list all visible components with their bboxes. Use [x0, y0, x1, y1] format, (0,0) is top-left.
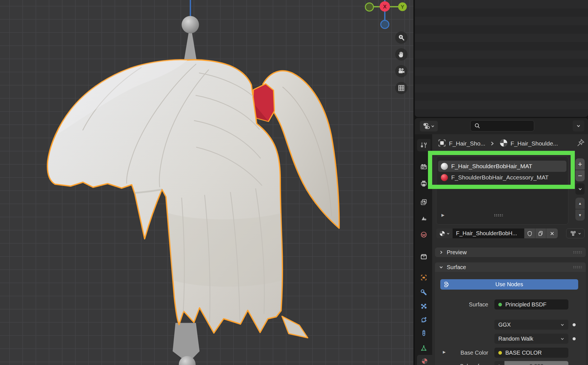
chevron-down-icon — [578, 232, 581, 235]
annotation-highlight-box — [428, 151, 575, 189]
list-filter-expand-arrow[interactable]: ▶ — [441, 213, 445, 217]
physics-icon — [420, 316, 427, 323]
color-socket-dot — [498, 351, 502, 355]
chevron-down-icon — [560, 337, 564, 341]
panel-drag-grip[interactable] — [573, 266, 582, 269]
shader-socket-dot — [498, 303, 502, 306]
axis-minus-y-ball[interactable] — [365, 3, 374, 11]
panel-surface-title: Surface — [447, 264, 570, 271]
slot-specials-menu-button[interactable] — [575, 183, 585, 195]
output-properties-icon — [420, 180, 427, 187]
view-axis-gizmo[interactable]: X Y — [358, 0, 414, 31]
tab-material[interactable] — [417, 355, 432, 365]
pan-hand-icon — [397, 50, 405, 58]
panel-preview-header[interactable]: Preview — [435, 248, 586, 257]
bone-top-sphere[interactable] — [182, 16, 199, 33]
bone-axis-line — [190, 0, 191, 17]
surface-shader-field[interactable]: Principled BSDF — [494, 299, 568, 309]
shield-icon — [527, 230, 533, 237]
axis-y-label: Y — [401, 4, 404, 10]
tab-constraints[interactable] — [417, 327, 430, 339]
list-resize-grip[interactable] — [494, 214, 503, 217]
grid-overlay-icon — [397, 84, 405, 92]
panel-preview-title: Preview — [447, 249, 570, 256]
breadcrumb-object[interactable]: F_Hair_Sho... — [449, 140, 485, 147]
material-sphere-icon — [421, 357, 428, 365]
world-properties-icon — [420, 231, 427, 238]
move-slot-up-button[interactable]: ▲ — [575, 198, 585, 209]
hair-mesh-scene[interactable] — [0, 0, 413, 365]
breadcrumb-material[interactable]: F_Hair_Shoulde... — [511, 140, 561, 147]
bone-top-cone[interactable] — [184, 33, 196, 60]
tab-tool[interactable] — [417, 139, 430, 151]
chevron-right-icon — [489, 141, 495, 146]
camera-view-button[interactable] — [395, 65, 408, 77]
fake-user-button[interactable] — [524, 228, 535, 238]
chevron-down-icon — [439, 265, 443, 269]
tab-object[interactable] — [417, 271, 430, 284]
tab-world[interactable] — [417, 228, 430, 241]
unlink-material-button[interactable] — [546, 228, 558, 238]
axis-x-label: X — [383, 4, 387, 10]
distribution-dropdown[interactable]: GGX — [494, 320, 568, 330]
hair-stray-tip[interactable] — [282, 316, 308, 338]
base-color-label: Base Color — [441, 348, 488, 358]
tab-object-data[interactable] — [417, 342, 430, 354]
chevron-down-icon — [431, 124, 435, 128]
properties-editor-icon — [423, 123, 430, 130]
zoom-button[interactable] — [395, 31, 408, 44]
surface-label: Surface — [441, 299, 488, 309]
close-icon — [549, 231, 555, 236]
render-properties-icon — [420, 163, 427, 170]
nodetree-icon — [570, 230, 577, 237]
link-material-dropdown[interactable] — [566, 228, 585, 238]
pan-button[interactable] — [395, 48, 408, 61]
tab-particles[interactable] — [417, 301, 430, 313]
3d-viewport[interactable]: X Y — [0, 0, 413, 365]
node-editor-icon — [444, 281, 451, 288]
subsurface-slider[interactable]: 0.000 — [504, 361, 568, 365]
editor-type-button[interactable] — [420, 121, 438, 131]
outliner-empty-area[interactable] — [415, 0, 588, 117]
tab-collection[interactable] — [417, 251, 430, 263]
base-color-field[interactable]: BASE COLOR — [494, 348, 568, 358]
chevron-down-icon — [446, 232, 450, 235]
search-input[interactable] — [470, 120, 534, 131]
subsurface-label: Subsurface — [441, 361, 488, 365]
animate-decorator-dot[interactable] — [573, 337, 576, 340]
base-color-value: BASE COLOR — [505, 350, 542, 356]
subsurface-socket-segment — [494, 361, 504, 365]
subsurface-method-dropdown[interactable]: Random Walk — [494, 334, 568, 344]
scene-properties-icon — [420, 214, 427, 222]
distribution-value: GGX — [498, 322, 511, 328]
properties-header — [415, 118, 588, 134]
properties-editor: F_Hair_Sho... F_Hair_Shoulde... — [415, 118, 588, 365]
search-icon — [474, 123, 481, 129]
material-icon — [439, 230, 446, 237]
tab-view-layer[interactable] — [417, 196, 430, 208]
modifier-wrench-icon — [420, 289, 427, 296]
animate-decorator-dot[interactable] — [573, 323, 576, 326]
axis-minus-z-ball[interactable] — [381, 20, 389, 29]
grid-overlay-button[interactable] — [395, 82, 408, 94]
material-icon — [499, 138, 508, 149]
duplicate-icon — [538, 230, 544, 237]
blender-window: X Y — [0, 0, 588, 365]
pin-icon[interactable] — [576, 138, 585, 149]
panel-drag-grip[interactable] — [573, 251, 582, 254]
use-nodes-button[interactable]: Use Nodes — [440, 279, 578, 290]
tab-physics[interactable] — [417, 313, 430, 326]
tab-scene[interactable] — [417, 212, 430, 224]
panel-surface-header[interactable]: Surface — [435, 262, 586, 272]
new-material-button[interactable] — [535, 228, 546, 238]
chevron-right-icon — [439, 250, 443, 255]
subsurface-method-value: Random Walk — [498, 336, 533, 342]
material-name-field[interactable]: F_Hair_ShoulderBobH... — [453, 228, 524, 238]
move-slot-down-button[interactable]: ▼ — [575, 209, 585, 221]
view-layer-icon — [420, 198, 427, 206]
remove-slot-button[interactable]: − — [575, 170, 585, 181]
add-slot-button[interactable]: + — [575, 158, 585, 170]
tab-modifiers[interactable] — [417, 286, 430, 299]
header-menu-button[interactable] — [573, 120, 584, 131]
browse-material-button[interactable] — [436, 228, 452, 238]
